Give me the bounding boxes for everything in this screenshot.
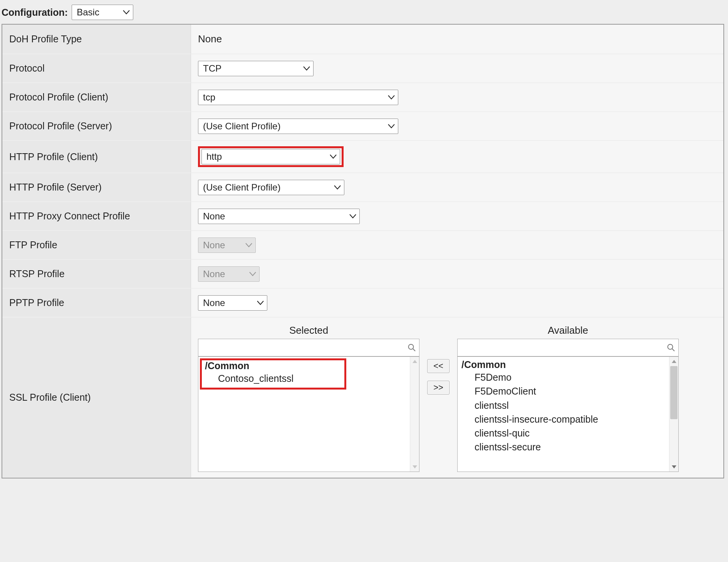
table-row: Protocol TCP [2,54,723,83]
row-label-http-proxy-connect: HTTP Proxy Connect Profile [2,202,191,231]
table-row: HTTP Profile (Server) (Use Client Profil… [2,173,723,202]
available-list-item[interactable]: clientssl-secure [459,440,668,454]
chevron-down-icon [330,154,337,159]
rtsp-profile-select: None [198,266,260,282]
row-value-doh-profile-type: None [191,25,723,54]
row-label-ssl-profile-client: SSL Profile (Client) [2,317,191,478]
selected-list-item[interactable]: Contoso_clientssl [203,371,340,385]
http-profile-server-select-value: (Use Client Profile) [203,183,280,192]
chevron-down-icon [388,95,395,100]
table-row: RTSP Profile None [2,259,723,288]
row-label-rtsp-profile: RTSP Profile [2,259,191,288]
http-profile-client-select-value: http [206,152,222,161]
available-list-item[interactable]: clientssl-quic [459,426,668,440]
pptp-profile-select-value: None [203,298,225,308]
protocol-select-value: TCP [203,64,221,73]
chevron-down-icon [249,272,256,276]
row-label-pptp-profile: PPTP Profile [2,288,191,317]
table-row: Protocol Profile (Server) (Use Client Pr… [2,112,723,140]
http-profile-server-select[interactable]: (Use Client Profile) [198,180,344,195]
chevron-down-icon [257,301,264,305]
scroll-down-icon[interactable] [669,462,679,472]
row-label-protocol-profile-server: Protocol Profile (Server) [2,112,191,140]
row-label-protocol-profile-client: Protocol Profile (Client) [2,83,191,112]
available-listbox[interactable]: /Common F5Demo F5DemoClient clientssl cl… [457,356,679,472]
scroll-down-icon[interactable] [410,462,419,472]
chevron-down-icon [334,185,341,190]
selected-listbox[interactable]: /Common Contoso_clientssl [198,356,419,472]
ssl-profile-client-duallist: Selected /Common Contoso_client [198,323,716,472]
selected-column: Selected /Common Contoso_client [198,324,419,472]
selected-group-label: /Common [203,360,340,371]
row-label-http-profile-server: HTTP Profile (Server) [2,173,191,202]
selected-header: Selected [289,324,328,336]
protocol-profile-server-select-value: (Use Client Profile) [203,122,280,131]
selected-search-wrap [198,339,419,356]
protocol-profile-server-select[interactable]: (Use Client Profile) [198,119,398,134]
table-row: PPTP Profile None [2,288,723,317]
http-proxy-connect-select-value: None [203,212,225,221]
rtsp-profile-select-value: None [203,269,225,279]
svg-line-3 [672,349,674,351]
table-row: HTTP Profile (Client) http [2,140,723,173]
available-column: Available /Common F5Demo F5DemoClien [457,324,679,472]
available-search-input[interactable] [458,339,664,356]
row-label-protocol: Protocol [2,54,191,83]
http-profile-client-select[interactable]: http [201,149,340,164]
protocol-profile-client-select[interactable]: tcp [198,90,398,105]
svg-point-2 [668,345,673,350]
ftp-profile-select: None [198,238,256,253]
search-icon [404,343,419,352]
row-label-ftp-profile: FTP Profile [2,231,191,259]
scroll-up-icon[interactable] [410,357,419,366]
move-buttons: << >> [427,359,450,395]
chevron-down-icon [303,66,310,71]
chevron-down-icon [123,10,130,15]
row-label-doh-profile-type: DoH Profile Type [2,25,191,54]
configuration-select-value: Basic [77,8,99,17]
protocol-select[interactable]: TCP [198,61,314,76]
highlight-box-selected-item: /Common Contoso_clientssl [200,358,346,390]
available-list-item[interactable]: F5Demo [459,370,668,384]
table-row: DoH Profile Type None [2,25,723,54]
selected-search-input[interactable] [198,339,404,356]
search-icon [664,343,678,352]
svg-point-0 [409,345,414,350]
highlight-box-http-profile-client: http [198,146,344,167]
table-row: SSL Profile (Client) Selected [2,317,723,478]
available-header: Available [548,324,588,336]
svg-line-1 [413,349,415,351]
available-list-item[interactable]: clientssl [459,398,668,412]
row-label-http-profile-client: HTTP Profile (Client) [2,140,191,173]
pptp-profile-select[interactable]: None [198,295,267,311]
available-scrollbar[interactable] [669,357,678,472]
chevron-down-icon [245,243,252,248]
table-row: FTP Profile None [2,231,723,259]
available-list-item[interactable]: F5DemoClient [459,384,668,398]
configuration-label: Configuration: [2,7,68,18]
table-row: HTTP Proxy Connect Profile None [2,202,723,231]
available-list-item[interactable]: clientssl-insecure-compatible [459,412,668,426]
configuration-header: Configuration: Basic [2,5,724,20]
scroll-up-icon[interactable] [669,357,679,366]
available-search-wrap [457,339,679,356]
available-group-label: /Common [459,359,668,370]
selected-scrollbar[interactable] [410,357,419,472]
move-right-button[interactable]: >> [427,381,450,395]
table-row: Protocol Profile (Client) tcp [2,83,723,112]
configuration-select[interactable]: Basic [72,5,133,20]
ftp-profile-select-value: None [203,241,225,250]
configuration-table: DoH Profile Type None Protocol TCP Proto… [2,24,724,478]
move-left-button[interactable]: << [427,359,450,373]
protocol-profile-client-select-value: tcp [203,93,215,102]
chevron-down-icon [388,124,395,129]
chevron-down-icon [349,214,356,219]
http-proxy-connect-select[interactable]: None [198,209,360,224]
